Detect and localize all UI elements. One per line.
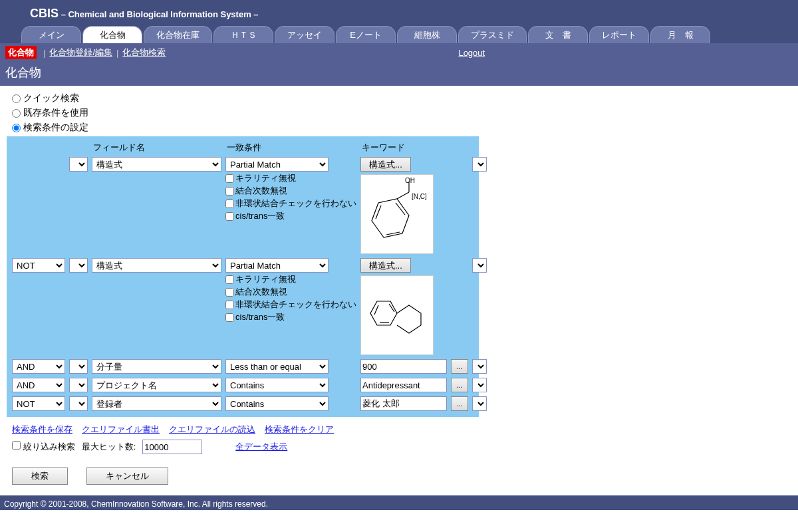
tab-0[interactable]: メイン bbox=[21, 26, 81, 43]
tab-3[interactable]: ＨＴＳ bbox=[213, 26, 273, 43]
structure-preview-0: OH[N,C] bbox=[360, 174, 434, 254]
query-links: 検索条件を保存クエリファイル書出クエリファイルの読込検索条件をクリア bbox=[12, 424, 789, 436]
tab-5[interactable]: Eノート bbox=[336, 26, 396, 43]
footer: Copyright © 2001-2008, ChemInnovation So… bbox=[0, 498, 798, 510]
paren-select-0[interactable] bbox=[69, 157, 88, 172]
browse-button-3[interactable]: ... bbox=[451, 378, 468, 392]
keyword-input-2[interactable] bbox=[360, 359, 447, 374]
keyword-input-3[interactable] bbox=[360, 378, 447, 392]
svg-line-2 bbox=[396, 203, 405, 215]
match-checkbox-1-0[interactable]: キラリティ無視 bbox=[225, 273, 356, 285]
match-checkbox-0-0[interactable]: キラリティ無視 bbox=[225, 172, 356, 184]
tab-8[interactable]: 文 書 bbox=[528, 26, 588, 43]
logic-select-4[interactable]: NOT bbox=[12, 396, 65, 411]
tab-7[interactable]: プラスミド bbox=[458, 26, 527, 43]
structure-button-1[interactable]: 構造式... bbox=[360, 258, 411, 273]
add-row-select-0[interactable] bbox=[472, 157, 487, 172]
match-select-2[interactable]: Less than or equal bbox=[225, 359, 329, 374]
search-conditions-panel: フィールド名 一致条件 キーワード 構造式Partial Matchキラリティ無… bbox=[7, 136, 479, 417]
sub-nav: 化合物 | 化合物登録/編集 | 化合物検索 Logout bbox=[0, 43, 798, 62]
add-row-select-3[interactable] bbox=[472, 378, 487, 392]
paren-select-2[interactable] bbox=[69, 359, 88, 374]
structure-preview-1 bbox=[360, 275, 434, 355]
logic-select-3[interactable]: AND bbox=[12, 378, 65, 392]
svg-line-4 bbox=[397, 192, 409, 199]
tab-6[interactable]: 細胞株 bbox=[397, 26, 457, 43]
match-checkbox-0-1[interactable]: 結合次数無視 bbox=[225, 185, 356, 197]
match-checkbox-0-2[interactable]: 非環状結合チェックを行わない bbox=[225, 198, 356, 209]
structure-button-0[interactable]: 構造式... bbox=[360, 157, 411, 172]
svg-line-9 bbox=[374, 305, 378, 315]
query-link-1[interactable]: クエリファイル書出 bbox=[82, 424, 160, 434]
tab-1[interactable]: 化合物 bbox=[82, 26, 142, 43]
keyword-input-4[interactable] bbox=[360, 396, 447, 411]
match-checkbox-0-3[interactable]: cis/trans一致 bbox=[225, 210, 356, 222]
tab-10[interactable]: 月 報 bbox=[650, 26, 710, 43]
maxhit-label: 最大ヒット数: bbox=[82, 441, 136, 453]
page-title: 化合物 bbox=[0, 62, 798, 86]
match-select-4[interactable]: Contains bbox=[225, 396, 329, 411]
svg-marker-0 bbox=[372, 199, 409, 237]
field-select-2[interactable]: 分子量 bbox=[92, 359, 221, 374]
query-link-3[interactable]: 検索条件をクリア bbox=[265, 424, 334, 434]
paren-select-1[interactable] bbox=[69, 258, 88, 273]
search-mode-option-2[interactable]: 検索条件の設定 bbox=[12, 122, 786, 134]
logic-select-1[interactable]: NOT bbox=[12, 258, 65, 273]
add-row-select-4[interactable] bbox=[472, 396, 487, 411]
tab-2[interactable]: 化合物在庫 bbox=[144, 26, 212, 43]
browse-button-2[interactable]: ... bbox=[451, 359, 468, 374]
logic-select-2[interactable]: AND bbox=[12, 359, 65, 374]
match-checkbox-1-2[interactable]: 非環状結合チェックを行わない bbox=[225, 299, 356, 311]
logout-link[interactable]: Logout bbox=[458, 48, 485, 58]
match-checkbox-1-1[interactable]: 結合次数無視 bbox=[225, 286, 356, 298]
query-link-0[interactable]: 検索条件を保存 bbox=[12, 424, 72, 434]
tab-bar: メイン化合物化合物在庫ＨＴＳアッセイEノート細胞株プラスミド文 書レポート月 報 bbox=[0, 26, 798, 43]
add-row-select-2[interactable] bbox=[472, 359, 487, 374]
tab-4[interactable]: アッセイ bbox=[275, 26, 334, 43]
svg-marker-8 bbox=[370, 301, 397, 325]
cancel-button[interactable]: キャンセル bbox=[86, 467, 168, 485]
match-select-3[interactable]: Contains bbox=[225, 378, 329, 392]
header-keyword: キーワード bbox=[359, 142, 448, 154]
narrow-search-checkbox[interactable]: 絞り込み検索 bbox=[12, 441, 75, 453]
subnav-link-search[interactable]: 化合物検索 bbox=[122, 47, 166, 59]
svg-text:[N,C]: [N,C] bbox=[412, 193, 427, 200]
field-select-1[interactable]: 構造式 bbox=[92, 258, 221, 273]
all-data-link[interactable]: 全データ表示 bbox=[235, 441, 287, 453]
paren-select-4[interactable] bbox=[69, 396, 88, 411]
add-row-select-1[interactable] bbox=[472, 258, 487, 273]
maxhit-input[interactable] bbox=[142, 440, 202, 454]
match-select-1[interactable]: Partial Match bbox=[225, 258, 329, 273]
search-mode-option-1[interactable]: 既存条件を使用 bbox=[12, 107, 786, 119]
field-select-0[interactable]: 構造式 bbox=[92, 157, 221, 172]
svg-line-10 bbox=[389, 304, 394, 312]
match-checkbox-1-3[interactable]: cis/trans一致 bbox=[225, 311, 356, 323]
svg-text:OH: OH bbox=[405, 178, 415, 184]
field-select-4[interactable]: 登録者 bbox=[92, 396, 221, 411]
paren-select-3[interactable] bbox=[69, 378, 88, 392]
app-title: CBIS – Chemical and Biological Informati… bbox=[0, 4, 798, 26]
browse-button-4[interactable]: ... bbox=[451, 396, 468, 411]
field-select-3[interactable]: プロジェクト名 bbox=[92, 378, 221, 392]
tab-9[interactable]: レポート bbox=[589, 26, 649, 43]
subnav-link-register[interactable]: 化合物登録/編集 bbox=[49, 47, 112, 59]
search-button[interactable]: 検索 bbox=[12, 467, 68, 485]
header-match: 一致条件 bbox=[224, 142, 358, 154]
subnav-current[interactable]: 化合物 bbox=[5, 46, 37, 59]
match-select-0[interactable]: Partial Match bbox=[225, 157, 329, 172]
search-mode-option-0[interactable]: クイック検索 bbox=[12, 92, 786, 104]
header-field: フィールド名 bbox=[90, 142, 223, 154]
query-link-2[interactable]: クエリファイルの読込 bbox=[169, 424, 255, 434]
